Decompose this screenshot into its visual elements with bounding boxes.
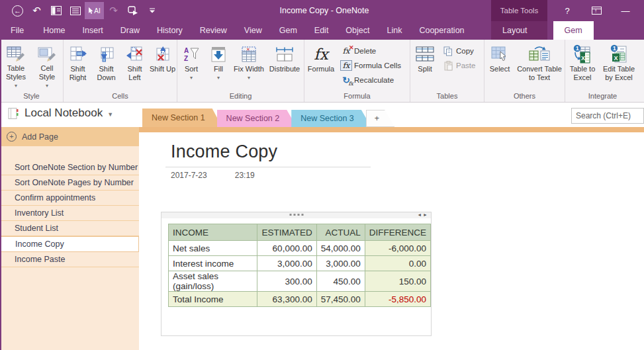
formula-delete-button[interactable]: fx✕ Delete xyxy=(338,44,409,58)
table-cell[interactable]: 3,000.00 xyxy=(257,256,316,271)
redo-icon[interactable]: ↷ xyxy=(104,2,123,19)
notebook-switcher[interactable]: Local Notebook ▼ xyxy=(8,107,113,120)
page-canvas[interactable]: Income Copy 2017-7-23 23:19 ◄► INCOME ES… xyxy=(139,132,644,350)
table-cell[interactable]: -6,000.00 xyxy=(365,241,430,256)
select-text-icon[interactable]: AI xyxy=(85,2,104,19)
table-cell[interactable]: 450.00 xyxy=(316,271,365,292)
tab-table-gem[interactable]: Gem xyxy=(553,21,594,40)
tab-object[interactable]: Object xyxy=(337,21,378,40)
cell-style-button[interactable]: Cell Style▾ xyxy=(32,41,62,90)
fix-width-button[interactable]: ✕ Fix Width▾ xyxy=(232,41,266,90)
recalculate-button[interactable]: ↻fx Recalculate xyxy=(338,73,409,87)
tab-draw[interactable]: Draw xyxy=(112,21,148,40)
fullscreen-button[interactable] xyxy=(582,0,611,21)
table-cell[interactable]: 150.00 xyxy=(365,271,430,292)
paste-button[interactable]: Paste xyxy=(439,58,482,73)
table-cell[interactable]: Interest income xyxy=(169,256,257,271)
page-item[interactable]: Income Paste xyxy=(0,252,139,267)
window-left-border xyxy=(0,0,1,350)
edit-table-by-excel-button[interactable]: X1 Edit Table by Excel xyxy=(600,41,638,90)
dock-panel-icon[interactable] xyxy=(46,2,66,19)
sort-icon: AZ xyxy=(183,44,200,65)
page-item[interactable]: Confirm appointments xyxy=(0,191,139,206)
shift-right-button[interactable]: Shift Right xyxy=(64,41,92,90)
sort-button[interactable]: AZ Sort ▾ xyxy=(177,41,205,90)
table-to-excel-icon: X1 xyxy=(573,44,592,65)
table-cell[interactable]: Asset sales (gain/loss) xyxy=(169,271,257,292)
tab-table-layout[interactable]: Layout xyxy=(491,21,539,40)
ribbon: Table Styles▾ Cell Style▾ Style Shift Ri… xyxy=(0,40,644,103)
shift-right-icon xyxy=(69,44,87,65)
tab-link[interactable]: Link xyxy=(379,21,411,40)
split-button[interactable]: Split xyxy=(410,41,439,90)
header-cell[interactable]: DIFFERENCE xyxy=(365,224,430,241)
table-cell[interactable]: 63,300.00 xyxy=(257,292,316,307)
tab-view[interactable]: View xyxy=(236,21,271,40)
page-item[interactable]: Sort OneNote Pages by Number xyxy=(0,175,139,191)
header-cell[interactable]: ACTUAL xyxy=(316,224,365,241)
page-title[interactable]: Income Copy xyxy=(171,142,277,162)
header-cell[interactable]: INCOME xyxy=(169,224,257,241)
header-cell[interactable]: ESTIMATED xyxy=(257,224,316,241)
tab-gem[interactable]: Gem xyxy=(271,21,306,40)
select-button[interactable]: Select xyxy=(484,41,515,90)
tab-review[interactable]: Review xyxy=(191,21,236,40)
table-cell[interactable]: -5,850.00 xyxy=(365,292,430,307)
split-icon xyxy=(415,44,435,65)
shift-up-icon xyxy=(154,44,172,65)
table-styles-button[interactable]: Table Styles▾ xyxy=(0,41,32,90)
page-item[interactable]: Student List xyxy=(0,221,139,236)
table-row: Asset sales (gain/loss) 300.00 450.00 15… xyxy=(169,271,431,292)
table-cell[interactable]: 57,450.00 xyxy=(316,292,365,307)
copy-button[interactable]: Copy xyxy=(439,44,482,58)
table-cell[interactable]: 54,000.00 xyxy=(316,241,365,256)
titlebar: ← ↶ AI ↷ Income Copy - OneNote Table Too… xyxy=(0,0,644,21)
tab-insert[interactable]: Insert xyxy=(74,21,112,40)
table-header-row: INCOME ESTIMATED ACTUAL DIFFERENCE xyxy=(169,224,431,241)
add-page-button[interactable]: + Add Page xyxy=(0,127,139,146)
page-list-icon[interactable] xyxy=(66,2,85,19)
table-cell[interactable]: 300.00 xyxy=(257,271,316,292)
notebook-name: Local Notebook xyxy=(24,107,103,120)
shift-down-button[interactable]: Shift Down xyxy=(92,41,120,90)
note-container-grip[interactable]: ◄► xyxy=(161,212,431,218)
tab-history[interactable]: History xyxy=(148,21,191,40)
convert-table-to-text-button[interactable]: Convert Table to Text xyxy=(515,41,564,90)
page-item[interactable]: Inventory List xyxy=(0,206,139,221)
table-cell[interactable]: Total Income xyxy=(169,292,257,307)
shift-left-button[interactable]: Shift Left xyxy=(120,41,149,90)
copy-icon xyxy=(442,46,454,56)
formula-button[interactable]: fx Formula xyxy=(304,41,338,90)
section-tab-3[interactable]: New Section 3 xyxy=(291,110,371,127)
table-cell[interactable]: 0.00 xyxy=(365,256,430,271)
svg-text:✕: ✕ xyxy=(246,47,250,52)
tab-file[interactable]: File xyxy=(0,21,34,40)
section-tab-2[interactable]: New Section 2 xyxy=(217,110,297,127)
add-section-tab[interactable]: + xyxy=(366,110,394,127)
customize-qat-icon[interactable] xyxy=(142,2,161,19)
ribbon-group-formula: fx Formula fx✕ Delete fx Formula Cells ↻… xyxy=(304,40,410,102)
table-cell[interactable]: 60,000.00 xyxy=(257,241,316,256)
section-tab-1[interactable]: New Section 1 xyxy=(142,109,222,127)
table-to-excel-button[interactable]: X1 Table to Excel xyxy=(565,41,600,90)
minimize-button[interactable]: — xyxy=(611,0,640,21)
context-tab-group-label: Table Tools xyxy=(491,0,547,21)
help-button[interactable]: ? xyxy=(553,0,582,21)
tab-edit[interactable]: Edit xyxy=(306,21,338,40)
table-cell[interactable]: 3,000.00 xyxy=(316,256,365,271)
fill-button[interactable]: Fill ▾ xyxy=(205,41,232,90)
distribute-button[interactable]: Distribute xyxy=(266,41,303,90)
page-item[interactable]: Sort OneNote Section by Number xyxy=(0,160,139,175)
shift-up-button[interactable]: Shift Up xyxy=(149,41,176,90)
table-note-container[interactable]: ◄► INCOME ESTIMATED ACTUAL DIFFERENCE Ne… xyxy=(161,212,432,336)
search-input[interactable] xyxy=(571,108,644,124)
table-total-row: Total Income 63,300.00 57,450.00 -5,850.… xyxy=(169,292,431,307)
tab-home[interactable]: Home xyxy=(34,21,73,40)
page-item-selected[interactable]: Income Copy xyxy=(0,236,139,252)
undo-icon[interactable]: ↶ xyxy=(27,2,46,19)
back-icon[interactable]: ← xyxy=(8,2,27,19)
tab-cooperation[interactable]: Cooperation xyxy=(410,21,473,40)
send-note-icon[interactable] xyxy=(123,2,142,19)
formula-cells-button[interactable]: fx Formula Cells xyxy=(338,58,409,73)
table-cell[interactable]: Net sales xyxy=(169,241,257,256)
